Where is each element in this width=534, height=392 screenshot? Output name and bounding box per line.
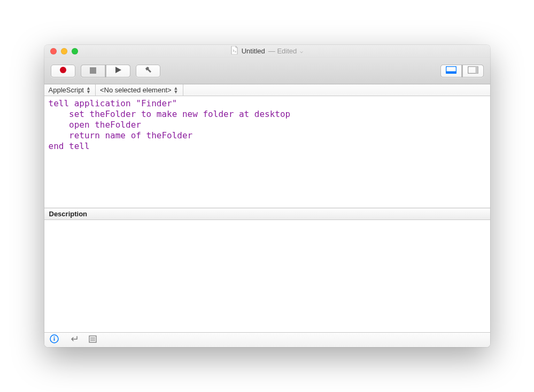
record-icon [59,66,67,76]
list-icon [89,335,97,345]
navigation-bar: AppleScript ▲▼ <No selected element> ▲▼ [44,84,490,96]
compile-button[interactable] [136,65,160,77]
svg-rect-8 [54,338,55,341]
svg-point-7 [53,336,55,338]
view-switcher [440,65,484,77]
script-editor-window: Untitled — Edited ⌵ [44,45,490,347]
accessory-info-button[interactable] [50,335,59,345]
document-icon [231,46,238,56]
script-editor-pane[interactable]: tell application "Finder" set theFolder … [44,96,490,208]
toolbar [44,58,490,84]
svg-rect-3 [446,71,456,73]
play-icon [114,66,122,76]
stop-icon [90,66,96,76]
language-label: AppleScript [49,86,84,94]
stepper-icon: ▲▼ [174,87,179,94]
svg-rect-2 [446,66,456,73]
description-body[interactable] [44,220,490,332]
record-button[interactable] [51,65,75,77]
status-bar [44,332,490,347]
run-button[interactable] [106,65,130,77]
svg-rect-1 [90,67,96,74]
document-name: Untitled [242,47,265,55]
document-status: — Edited [268,47,297,55]
stepper-icon: ▲▼ [86,87,91,94]
return-icon [69,335,79,345]
description-header[interactable]: Description [44,208,490,220]
zoom-window-button[interactable] [72,48,78,54]
language-selector[interactable]: AppleScript ▲▼ [44,84,96,96]
element-label: <No selected element> [100,86,172,94]
info-icon [50,334,59,346]
hammer-icon [144,66,152,76]
title-menu-chevron-icon: ⌵ [300,48,303,54]
accessory-log-button[interactable] [88,335,98,345]
window-with-sidebar-icon [468,66,478,76]
description-label: Description [49,210,88,218]
window-title: Untitled — Edited ⌵ [44,46,490,56]
titlebar[interactable]: Untitled — Edited ⌵ [44,45,490,58]
traffic-lights [44,48,78,54]
svg-rect-4 [468,66,478,73]
minimize-window-button[interactable] [61,48,67,54]
window-with-panel-icon [446,66,456,76]
run-controls-group [81,65,130,77]
stop-button[interactable] [81,65,105,77]
close-window-button[interactable] [50,48,57,54]
view-log-button[interactable] [440,65,462,77]
accessory-result-button[interactable] [69,335,79,345]
svg-rect-5 [475,66,478,73]
svg-point-0 [60,67,66,73]
view-description-button[interactable] [462,65,484,77]
element-selector[interactable]: <No selected element> ▲▼ [96,84,183,96]
